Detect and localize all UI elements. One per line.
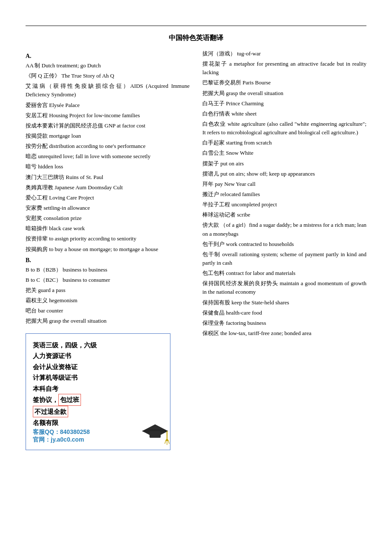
list-item: 保持国民经济发展的良好势头 maintain a good momentum o… [202, 279, 366, 296]
list-item: 把握大局 grasp the overall situation [202, 89, 366, 98]
list-item: 把握大局 grasp the overall situation [26, 317, 190, 325]
list-item: 拜年 pay New Year call [202, 180, 366, 188]
list-item: 暗箱操作 black case work [26, 224, 190, 233]
list-item: 包工包料 contract for labor and materials [202, 269, 366, 278]
list-item: 安居工程 Housing Project for low-income fami… [26, 111, 190, 120]
list-item: 白色农业 white agriculture (also called "whi… [202, 120, 366, 137]
list-item: 保理业务 factoring business [202, 319, 366, 327]
list-item: 保健食品 health-care food [202, 309, 366, 317]
list-item: B to C（B2C） business to consumer [26, 276, 190, 284]
list-item: 白雪公主 Snow White [202, 149, 366, 157]
list-item: 按劳分配 distribution according to one's per… [26, 142, 190, 150]
page-title: 中国特色英语翻译 [26, 34, 366, 43]
list-item: 按揭购房 to buy a house on mortgage; to mort… [26, 245, 190, 254]
list-item: 按资排辈 to assign priority according to sen… [26, 234, 190, 243]
list-item: AA 制 Dutch treatment; go Dutch [26, 61, 190, 70]
list-item: 白马王子 Prince Charming [202, 99, 366, 108]
list-item: 保持国有股 keep the State-held shares [202, 298, 366, 307]
list-item: 巴黎证券交易所 Paris Bourse [202, 78, 366, 87]
ad-line-5: 本科自考 [33, 383, 163, 394]
list-item: 搬迁户 relocated families [202, 190, 366, 199]
list-item: 傍大款 （of a girl）find a sugar daddy; be a … [202, 221, 366, 238]
list-item: 奥姆真理教 Japanese Aum Doomsday Cult [26, 183, 190, 192]
svg-point-4 [166, 439, 168, 441]
list-item: 摆谱儿 put on airs; show off; keep up appea… [202, 170, 366, 178]
list-item: 摆架子 put on airs [202, 159, 366, 168]
svg-line-5 [165, 440, 166, 444]
list-item: 《阿 Q 正传》 The True Story of Ah Q [26, 72, 190, 80]
svg-line-7 [168, 440, 170, 444]
page: 中国特色英语翻译 A. AA 制 Dutch treatment; go Dut… [0, 0, 392, 467]
list-item: 吧台 bar counter [26, 306, 190, 315]
list-item: 包干到户 work contracted to households [202, 240, 366, 249]
list-item: 拔河（游戏） tug-of-war [202, 49, 366, 58]
ad-sign-line: 签协议，包过班 [33, 394, 163, 406]
list-item: 按揭贷款 mortgage loan [26, 132, 190, 140]
list-item: 霸权主义 hegemonism [26, 296, 190, 305]
list-item: 安家费 settling-in allowance [26, 204, 190, 212]
ad-highlight-baoguo: 包过班 [58, 394, 81, 406]
content-columns: A. AA 制 Dutch treatment; go Dutch 《阿 Q 正… [26, 49, 366, 450]
section-b-header: B. [26, 257, 190, 264]
top-border [26, 26, 366, 26]
list-item: 艾滋病（获得性免疫缺损综合征）AIDS (Acquired Immune Def… [26, 82, 190, 99]
list-item: 保税区 the low-tax, tariff-free zone; bonde… [202, 329, 366, 338]
list-item: 暗亏 hidden loss [26, 162, 190, 171]
section-a-header: A. [26, 53, 190, 60]
advertisement-box: 英语三级，四级，六级 人力资源证书 会计从业资格证 计算机等级证书 本科自考 签… [26, 333, 170, 450]
ad-highlight-refund: 不过退全款 [33, 406, 68, 418]
list-item: 摆花架子 a metaphor for presenting an attrac… [202, 60, 366, 77]
list-item: 按成本要素计算的国民经济总值 GNP at factor cost [26, 121, 190, 130]
list-item: 爱丽舍宫 Elysée Palace [26, 101, 190, 110]
ad-line-4: 计算机等级证书 [33, 372, 163, 383]
right-column: 拔河（游戏） tug-of-war 摆花架子 a metaphor for pr… [202, 49, 366, 450]
list-item: 白色行情表 white sheet [202, 110, 366, 118]
list-item: 把关 guard a pass [26, 286, 190, 295]
ad-line-1: 英语三级，四级，六级 [33, 340, 163, 351]
list-item: 棒球运动记者 scribe [202, 211, 366, 219]
list-item: 白手起家 starting from scratch [202, 139, 366, 147]
list-item: B to B（B2B） business to business [26, 266, 190, 274]
list-item: 半拉子工程 uncompleted project [202, 200, 366, 209]
list-item: 暗恋 unrequited love; fall in love with so… [26, 152, 190, 161]
graduation-cap-icon [140, 420, 166, 445]
list-item: 安慰奖 consolation prize [26, 214, 190, 223]
list-item: 澳门大三巴牌坊 Ruins of St. Paul [26, 173, 190, 182]
ad-line-3: 会计从业资格证 [33, 361, 163, 373]
list-item: 爱心工程 Loving Care Project [26, 194, 190, 202]
svg-rect-2 [150, 431, 161, 438]
ad-line-2: 人力资源证书 [33, 350, 163, 361]
left-column: A. AA 制 Dutch treatment; go Dutch 《阿 Q 正… [26, 49, 190, 450]
list-item: 包干制 overall rationing system; scheme of … [202, 250, 366, 267]
ad-refund-line: 不过退全款 [33, 406, 163, 418]
